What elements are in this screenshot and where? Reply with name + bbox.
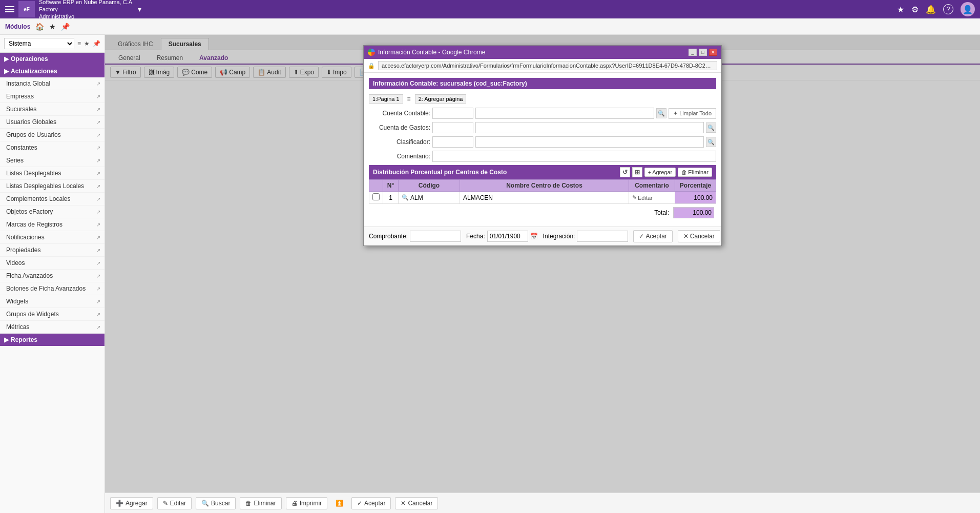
- help-icon[interactable]: ?: [943, 4, 953, 14]
- sidebar-item-objetos-efactory[interactable]: Objetos eFactory↗: [0, 206, 105, 218]
- agregar-bottom-btn[interactable]: ➕ Agregar: [110, 497, 153, 509]
- hamburger-menu[interactable]: [5, 6, 14, 12]
- sidebar-section-actualizaciones[interactable]: ▶Actualizaciones: [0, 65, 105, 77]
- col-codigo: Código: [399, 180, 460, 192]
- eliminar-bottom-btn[interactable]: 🗑 Eliminar: [240, 497, 281, 509]
- sidebar-item-videos[interactable]: Videos↗: [0, 257, 105, 270]
- bottom-bar: ➕ Agregar ✎ Editar 🔍 Buscar 🗑 Eliminar 🖨…: [105, 493, 980, 513]
- sidebar-item-ficha-avanzados[interactable]: Ficha Avanzados↗: [0, 270, 105, 282]
- comentario-input[interactable]: [432, 151, 716, 162]
- home-icon[interactable]: 🏠: [35, 23, 44, 31]
- modal-restore-btn[interactable]: □: [699, 49, 707, 56]
- sidebar-item-marcas-registros[interactable]: Marcas de Registros↗: [0, 218, 105, 231]
- sidebar-item-listas-desplegables[interactable]: Listas Desplegables↗: [0, 167, 105, 180]
- modal-minimize-btn[interactable]: _: [689, 49, 697, 56]
- grid-icon[interactable]: ⊞: [632, 167, 642, 177]
- external-link-icon: ↗: [96, 183, 100, 189]
- sidebar-item-botones-ficha-avanzados[interactable]: Botones de Ficha Avanzados↗: [0, 282, 105, 295]
- add-page-btn[interactable]: 2: Agregar página: [415, 94, 467, 104]
- cuenta-gastos-code-input[interactable]: [432, 122, 473, 133]
- sidebar-item-sucursales[interactable]: Sucursales↗: [0, 103, 105, 116]
- integracion-label: Integración:: [543, 233, 575, 240]
- external-link-icon: ↗: [96, 299, 100, 304]
- buscar-bottom-btn[interactable]: 🔍 Buscar: [196, 497, 236, 509]
- edit-comentario-btn[interactable]: ✎ Editar: [632, 194, 672, 201]
- sidebar-icon-3[interactable]: 📌: [93, 40, 100, 47]
- app-chevron-icon[interactable]: ▾: [138, 5, 141, 13]
- page-1-btn[interactable]: 1:Pagina 1: [369, 94, 403, 104]
- sidebar-section-reportes[interactable]: ▶Reportes: [0, 334, 105, 346]
- modal-window: Información Contable - Google Chrome _ □…: [363, 45, 722, 246]
- row-codigo-cell: 🔍 ALM: [399, 192, 460, 204]
- editar-bottom-btn[interactable]: ✎ Editar: [157, 497, 192, 509]
- imprimir-bottom-btn[interactable]: 🖨 Imprimir: [286, 497, 327, 509]
- system-select[interactable]: Sistema: [4, 38, 74, 49]
- integracion-input[interactable]: [577, 231, 628, 242]
- cuenta-gastos-search-icon[interactable]: 🔍: [706, 122, 716, 133]
- fecha-input[interactable]: [487, 231, 528, 242]
- modal-url-bar[interactable]: acceso.efactoryerp.com/Administrativo/Fo…: [378, 61, 717, 70]
- fecha-label: Fecha:: [466, 233, 485, 240]
- clasificador-name-input[interactable]: [475, 136, 704, 148]
- sidebar-icon-2[interactable]: ★: [84, 40, 90, 47]
- bell-icon[interactable]: 🔔: [926, 5, 936, 14]
- cuenta-gastos-name-input[interactable]: [475, 122, 704, 133]
- agregar-icon: ➕: [116, 500, 123, 507]
- cuenta-contable-search-icon[interactable]: 🔍: [656, 108, 666, 118]
- calendar-icon[interactable]: 📅: [530, 233, 538, 240]
- sidebar-item-grupos-usuarios[interactable]: Grupos de Usuarios↗: [0, 129, 105, 141]
- sidebar-header-icons: ≡ ★ 📌: [77, 40, 100, 47]
- modal-aceptar-btn[interactable]: ✓ Aceptar: [633, 230, 672, 242]
- bookmark-icon[interactable]: ★: [49, 23, 56, 31]
- checkmark-icon: ✓: [639, 233, 644, 240]
- cancelar-bottom-btn[interactable]: ✕ Cancelar: [395, 497, 438, 509]
- codigo-search-icon[interactable]: 🔍: [402, 194, 409, 201]
- external-link-icon: ↗: [96, 209, 100, 215]
- external-link-icon: ↗: [96, 312, 100, 317]
- row-checkbox[interactable]: [372, 193, 380, 200]
- cuenta-contable-name-input[interactable]: [475, 108, 654, 119]
- sidebar-item-constantes[interactable]: Constantes↗: [0, 141, 105, 154]
- chrome-logo-icon: [368, 49, 375, 56]
- pin-icon[interactable]: 📌: [61, 23, 70, 31]
- modal-footer: Comprobante: Fecha: 📅 Integración:: [364, 227, 721, 245]
- comentario-row: Comentario:: [369, 151, 716, 162]
- sidebar-item-instancia-global[interactable]: Instancia Global↗: [0, 77, 105, 90]
- sidebar-item-complementos-locales[interactable]: Complementos Locales↗: [0, 193, 105, 206]
- sidebar-item-grupos-widgets[interactable]: Grupos de Widgets↗: [0, 308, 105, 321]
- aceptar-bottom-btn[interactable]: ✓ Aceptar: [351, 497, 391, 509]
- row-checkbox-cell: [369, 192, 383, 204]
- limpiar-todo-btn[interactable]: ✦ Limpiar Todo: [669, 108, 716, 119]
- eliminar-dist-btn[interactable]: 🗑 Eliminar: [678, 168, 712, 177]
- sidebar-item-propiedades[interactable]: Propiedades↗: [0, 244, 105, 257]
- sidebar-item-series[interactable]: Series↗: [0, 154, 105, 167]
- external-link-icon: ↗: [96, 260, 100, 266]
- external-link-icon: ↗: [96, 107, 100, 112]
- sidebar-item-widgets[interactable]: Widgets↗: [0, 295, 105, 308]
- settings-icon[interactable]: ⚙: [911, 5, 919, 14]
- comprobante-input[interactable]: [410, 231, 461, 242]
- sidebar-item-listas-desplegables-locales[interactable]: Listas Desplegables Locales↗: [0, 180, 105, 193]
- agregar-dist-btn[interactable]: + Agregar: [644, 168, 676, 177]
- modal-close-btn[interactable]: ✕: [709, 49, 717, 56]
- clasificador-search-icon[interactable]: 🔍: [706, 137, 716, 147]
- external-link-icon: ↗: [96, 324, 100, 330]
- clasificador-code-input[interactable]: [432, 136, 473, 148]
- sidebar-item-metricas[interactable]: Métricas↗: [0, 321, 105, 334]
- modal-cancelar-btn[interactable]: ✕ Cancelar: [678, 230, 720, 242]
- sidebar-item-empresas[interactable]: Empresas↗: [0, 90, 105, 103]
- cuenta-contable-code-input[interactable]: [432, 108, 473, 119]
- sidebar-item-usuarios-globales[interactable]: Usuarios Globales↗: [0, 116, 105, 129]
- module-bar: Módulos 🏠 ★ 📌: [0, 18, 980, 35]
- modulos-label[interactable]: Módulos: [5, 23, 30, 30]
- content-area: Gráficos IHC Sucursales General Resumen …: [105, 35, 980, 513]
- sidebar-section-operaciones[interactable]: ▶Operaciones: [0, 53, 105, 65]
- sidebar-item-notificaciones[interactable]: Notificaciones↗: [0, 231, 105, 244]
- star-icon[interactable]: ★: [897, 5, 904, 14]
- app-logo: eF: [18, 1, 35, 17]
- user-avatar[interactable]: 👤: [961, 2, 975, 16]
- sidebar-icon-1[interactable]: ≡: [77, 40, 81, 47]
- external-link-icon: ↗: [96, 171, 100, 176]
- refresh-icon[interactable]: ↺: [620, 167, 630, 177]
- lock-icon: 🔒: [368, 63, 375, 69]
